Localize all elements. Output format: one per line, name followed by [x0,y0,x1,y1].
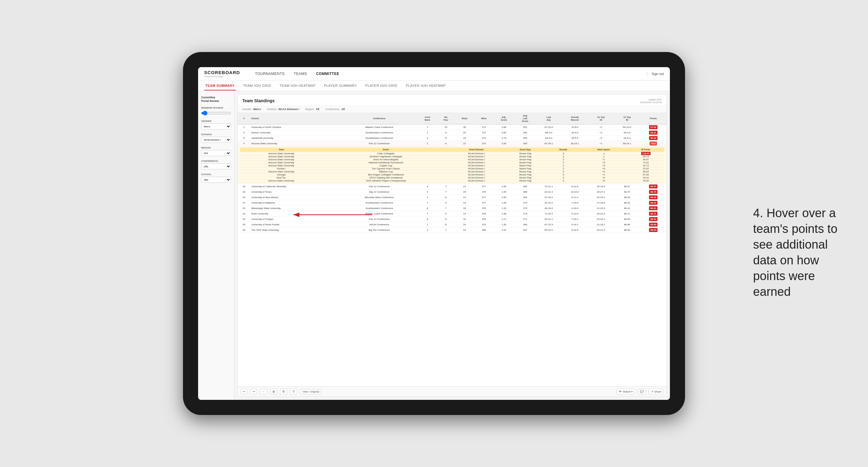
points-value[interactable]: 88.41 [649,206,657,210]
clock-button[interactable]: ⏱ [290,389,297,395]
table-header-row: # School Conference ConfRank NoTour Rnds… [238,113,666,124]
points-cell[interactable]: 90.20 [640,135,666,141]
region-select[interactable]: N/A [201,150,231,156]
points-cell[interactable]: 88.94 [640,227,666,233]
exp-type: Stroke Play [503,152,547,155]
table-row[interactable]: 21 University of Alabama Southeastern Co… [238,200,666,206]
table-row[interactable]: 2 Auburn University Southeastern Confere… [238,130,666,135]
exp-rounds: 2 [547,164,580,167]
exp-points[interactable]: 119.63 [627,152,664,155]
expanded-row-item: Arizona State University Southern Highla… [240,155,664,158]
table-row[interactable]: 19 University of Texas Big 12 Conference… [238,189,666,195]
exp-div: NCAA Division I [450,152,504,155]
points-cell[interactable]: 88.49 [640,195,666,200]
undo-button[interactable]: ↩ [241,389,247,395]
exp-team: Arizona State University [240,164,322,167]
conference-cell: Southeastern Conference [341,130,418,135]
points-value[interactable]: 88.49 [649,195,657,199]
sidebar-division: Division NCAA Division I [201,133,231,143]
tab-team-h2h-grid[interactable]: TEAM H2H GRID [242,81,273,90]
redo-button[interactable]: ↪ [250,389,257,395]
school-label: School [201,173,231,176]
points-cell[interactable]: 79.5 [640,141,666,146]
view-original-button[interactable]: View: Original [300,389,321,395]
points-cell[interactable]: 88.54 [640,217,666,222]
tab-player-summary[interactable]: PLAYER SUMMARY [323,81,358,90]
points-cell[interactable]: 93.31 [640,130,666,135]
division-select[interactable]: NCAA Division I [201,137,231,143]
exp-team: Florida I [240,167,322,170]
points-value[interactable]: 88.70 [649,190,657,194]
conference-select[interactable]: (All) [201,163,231,169]
table-row[interactable]: 22 Mississippi State University Southeas… [238,206,666,211]
sign-out-button[interactable]: Sign out [647,72,664,75]
gender-select[interactable]: Men's [201,123,231,129]
points-value[interactable]: 88.43 [649,201,657,205]
watch-button[interactable]: 👁 Watch ▾ [617,389,635,395]
points-value[interactable]: 88.89 [649,223,657,226]
min-rounds-input[interactable] [201,110,231,116]
vs50-cell: 50-10-0 [614,124,640,130]
conf-rank-cell: 1 [418,124,437,130]
table-row[interactable]: 18 University of California, Berkeley Pa… [238,184,666,189]
region-label: Region [201,146,231,149]
tab-player-h2h-grid[interactable]: PLAYER H2H GRID [364,81,399,90]
wins-cell: 278 [474,206,493,211]
tab-player-h2h-heatmap[interactable]: PLAYER H2H HEATMAP [405,81,447,90]
bottom-toolbar: ↩ ↪ ← ⊞ ⚙ ⏱ [238,386,666,397]
nav-teams[interactable]: TEAMS [294,70,307,77]
conference-cell: Southeastern Conference [341,135,418,141]
table-row[interactable]: 1 University of North Carolina Atlantic … [238,124,666,130]
low-adj-cell: 55-23-1 [536,227,562,233]
watch-icon: 👁 [619,390,622,393]
points-cell[interactable]: 88.71 [640,211,666,217]
back-button[interactable]: ← [260,389,267,395]
tours-cell: 7 [437,189,455,195]
adj-score-cell: 2.86 [493,124,515,130]
exp-rank: -1 [580,152,627,155]
conf-rank-cell: 3 [418,189,437,195]
vs50-cell: 35-4-0 [614,130,640,135]
table-row[interactable]: 26 The Ohio State University Big Ten Con… [238,227,666,233]
nav-committee[interactable]: COMMITTEE [316,70,339,77]
points-cell[interactable]: 97.02 [640,124,666,130]
points-value[interactable]: 90.20 [649,136,657,140]
exp-rank: +0 [580,176,627,179]
points-value[interactable]: 88.07 [649,185,657,188]
points-cell[interactable]: 88.41 [640,206,666,211]
points-value[interactable]: 88.54 [649,217,657,221]
filter-division-value: NCAA Division I [279,108,299,111]
tab-team-summary[interactable]: TEAM SUMMARY [204,81,236,90]
table-row[interactable]: 25 University of North Florida ASUN Conf… [238,222,666,227]
points-cell[interactable]: 88.70 [640,189,666,195]
points-value[interactable]: 97.02 [649,125,657,129]
report-title: Team Standings [242,98,275,103]
adj-score-cell: 1.22 [493,227,515,233]
grid-button[interactable]: ⊞ [270,389,277,395]
school-select[interactable]: (All) [201,177,231,183]
table-row[interactable]: 20 University of New Mexico Mountain Wes… [238,195,666,200]
points-value[interactable]: 88.71 [649,212,657,216]
comment-button[interactable]: 💬 [638,389,646,395]
table-row[interactable]: 24 University of Oregon Pac-12 Conferenc… [238,217,666,222]
points-cell[interactable]: 88.89 [640,222,666,227]
table-container[interactable]: # School Conference ConfRank NoTour Rnds… [238,113,666,386]
table-row[interactable]: 3 Vanderbilt University Southeastern Con… [238,135,666,141]
share-button[interactable]: ↗ Share [649,389,663,395]
points-value[interactable]: 88.94 [649,228,657,232]
points-value[interactable]: 93.31 [649,131,657,134]
vs25-cell: 32-19-2 [588,195,614,200]
exp-col-event: Event [322,148,449,152]
table-row-highlighted[interactable]: 4 Arizona State University Pac-12 Confer… [238,141,666,146]
settings-button[interactable]: ⚙ [280,389,287,395]
school-cell: Mississippi State University [250,206,341,211]
adj-score-cell: 1.30 [493,222,515,227]
filter-region-value: All [316,108,319,111]
points-cell[interactable]: 88.07 [640,184,666,189]
table-row[interactable]: 23 Duke University Atlantic Coast Confer… [238,211,666,217]
points-value-highlighted[interactable]: 79.5 [650,142,657,146]
low-adj-cell: 63-5-0 [536,135,562,141]
points-cell[interactable]: 88.43 [640,200,666,206]
nav-tournaments[interactable]: TOURNAMENTS [255,70,285,77]
tab-team-h2h-heatmap[interactable]: TEAM H2H HEATMAP [278,81,317,90]
